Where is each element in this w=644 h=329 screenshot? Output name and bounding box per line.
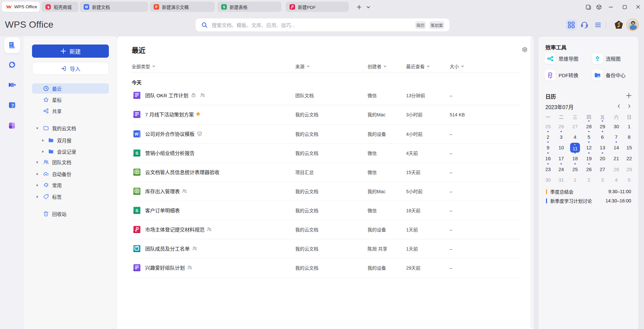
svg-text:W: W — [135, 132, 139, 136]
svg-text:S: S — [136, 151, 139, 156]
svg-text:S: S — [136, 208, 139, 213]
svg-text:S: S — [223, 5, 225, 9]
svg-text:P: P — [155, 5, 158, 9]
svg-text:7: 7 — [12, 104, 14, 108]
svg-text:W: W — [85, 5, 88, 9]
